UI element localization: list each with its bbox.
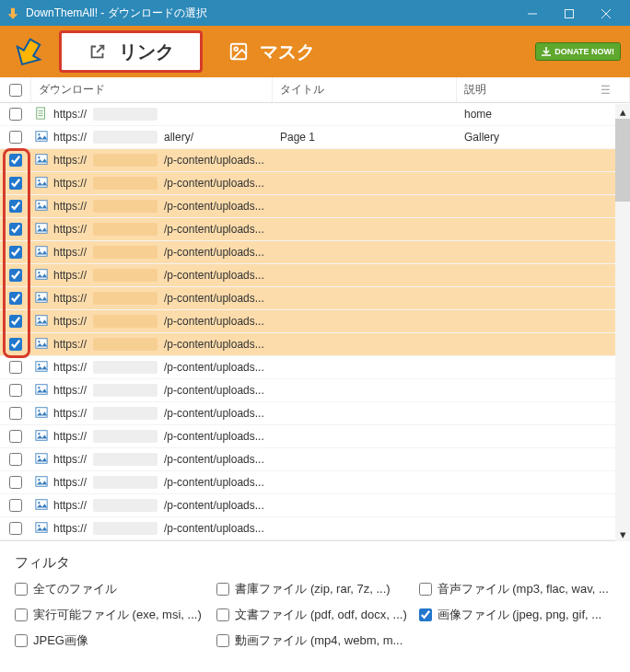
row-checkbox[interactable]: [9, 499, 22, 512]
row-checkbox[interactable]: [9, 315, 22, 328]
table-row[interactable]: https:///p-content/uploads...: [0, 333, 630, 356]
row-checkbox[interactable]: [9, 269, 22, 282]
url-redacted: [93, 407, 158, 420]
row-checkbox[interactable]: [9, 177, 22, 190]
cell-download: https:///p-content/uploads...: [31, 268, 273, 284]
app-logo-icon: [11, 33, 48, 70]
filter-checkbox[interactable]: [15, 634, 28, 647]
cell-download: https:///p-content/uploads...: [31, 291, 273, 307]
share-icon: [88, 41, 108, 62]
row-checkbox[interactable]: [9, 131, 22, 144]
filter-item[interactable]: 実行可能ファイル (exe, msi, ...): [15, 607, 211, 623]
image-icon: [228, 41, 249, 62]
table-row[interactable]: https:///p-content/uploads...: [0, 402, 630, 425]
svg-point-43: [38, 502, 40, 504]
filter-checkbox[interactable]: [216, 608, 229, 621]
file-icon: [35, 153, 48, 168]
scroll-down-icon[interactable]: ▾: [615, 527, 630, 541]
minimize-button[interactable]: [514, 6, 551, 19]
table-row[interactable]: https:///p-content/uploads...: [0, 310, 630, 333]
col-download[interactable]: ダウンロード: [31, 77, 273, 102]
url-suffix: /p-content/uploads...: [164, 361, 264, 374]
svg-rect-26: [36, 315, 47, 325]
cell-description: home: [457, 108, 630, 121]
col-checkbox[interactable]: [0, 77, 31, 102]
col-description[interactable]: 説明 ☰: [457, 77, 630, 102]
file-icon: [35, 337, 48, 353]
close-button[interactable]: [588, 6, 624, 19]
cell-download: https:///p-content/uploads...: [31, 452, 273, 468]
table-row[interactable]: https:///p-content/uploads...: [0, 287, 630, 310]
tab-links[interactable]: リンク: [59, 30, 203, 73]
filter-item[interactable]: JPEG画像: [15, 632, 211, 649]
table-row[interactable]: https://home: [0, 103, 630, 126]
table-row[interactable]: https:///p-content/uploads...: [0, 264, 630, 287]
cell-download: https:///p-content/uploads...: [31, 360, 273, 376]
row-checkbox[interactable]: [9, 476, 22, 489]
row-checkbox[interactable]: [9, 108, 22, 121]
table-row[interactable]: https:///p-content/uploads...: [0, 471, 630, 494]
url-suffix: /p-content/uploads...: [164, 269, 264, 282]
url-prefix: https://: [53, 338, 87, 351]
filter-item[interactable]: 文書ファイル (pdf, odf, docx, ...): [216, 607, 413, 623]
filter-item[interactable]: 書庫ファイル (zip, rar, 7z, ...): [216, 581, 413, 597]
table-row[interactable]: https://allery/Page 1Gallery: [0, 126, 630, 149]
row-checkbox[interactable]: [9, 384, 22, 397]
table-row[interactable]: https:///p-content/uploads...: [0, 448, 630, 471]
cell-download: https:///p-content/uploads...: [31, 176, 273, 191]
filter-checkbox[interactable]: [419, 608, 432, 621]
url-suffix: /p-content/uploads...: [164, 453, 264, 466]
filter-item[interactable]: 音声ファイル (mp3, flac, wav, ...: [419, 581, 615, 597]
table-row[interactable]: https:///p-content/uploads...: [0, 149, 630, 172]
tab-media[interactable]: マスク: [203, 30, 341, 73]
filter-label: 画像ファイル (jpeg, png, gif, ...: [438, 607, 601, 623]
scroll-thumb[interactable]: [615, 119, 630, 202]
toolbar: リンク マスク DONATE NOW!: [0, 26, 630, 77]
donate-button[interactable]: DONATE NOW!: [535, 42, 621, 61]
url-suffix: allery/: [164, 131, 193, 144]
row-checkbox[interactable]: [9, 223, 22, 236]
donate-label: DONATE NOW!: [554, 47, 614, 56]
table-row[interactable]: https:///p-content/uploads...: [0, 379, 630, 402]
table-row[interactable]: https:///p-content/uploads...: [0, 517, 630, 540]
col-title[interactable]: タイトル: [273, 77, 457, 102]
url-redacted: [93, 177, 158, 190]
column-menu-icon[interactable]: ☰: [601, 84, 611, 97]
table-row[interactable]: https:///p-content/uploads...: [0, 195, 630, 218]
table-row[interactable]: https:///p-content/uploads...: [0, 172, 630, 195]
file-icon: [35, 429, 48, 445]
row-checkbox[interactable]: [9, 338, 22, 351]
filter-item[interactable]: 動画ファイル (mp4, webm, m...: [216, 632, 413, 649]
url-suffix: /p-content/uploads...: [164, 407, 264, 420]
row-checkbox[interactable]: [9, 292, 22, 305]
filter-checkbox[interactable]: [419, 583, 432, 596]
row-checkbox[interactable]: [9, 453, 22, 466]
svg-rect-42: [36, 499, 47, 509]
filter-item[interactable]: 画像ファイル (jpeg, png, gif, ...: [419, 607, 615, 623]
maximize-button[interactable]: [551, 6, 588, 19]
filter-checkbox[interactable]: [15, 583, 28, 596]
url-prefix: https://: [53, 476, 87, 489]
filter-item[interactable]: 全てのファイル: [15, 581, 211, 597]
table-row[interactable]: https:///p-content/uploads...: [0, 241, 630, 264]
row-checkbox[interactable]: [9, 522, 22, 535]
scroll-up-icon[interactable]: ▴: [615, 104, 630, 119]
download-icon: [542, 47, 551, 56]
row-checkbox[interactable]: [9, 361, 22, 374]
row-checkbox[interactable]: [9, 200, 22, 213]
row-checkbox[interactable]: [9, 407, 22, 420]
filter-checkbox[interactable]: [216, 634, 229, 647]
row-checkbox[interactable]: [9, 154, 22, 167]
scrollbar[interactable]: ▴ ▾: [615, 104, 630, 541]
filter-checkbox[interactable]: [216, 583, 229, 596]
row-checkbox[interactable]: [9, 430, 22, 443]
row-checkbox[interactable]: [9, 246, 22, 259]
table-row[interactable]: https:///p-content/uploads...: [0, 494, 630, 517]
url-redacted: [93, 223, 158, 236]
select-all-checkbox[interactable]: [9, 84, 22, 97]
filter-checkbox[interactable]: [15, 608, 28, 621]
table-row[interactable]: https:///p-content/uploads...: [0, 425, 630, 448]
url-redacted: [93, 338, 158, 351]
table-row[interactable]: https:///p-content/uploads...: [0, 218, 630, 241]
table-row[interactable]: https:///p-content/uploads...: [0, 356, 630, 379]
